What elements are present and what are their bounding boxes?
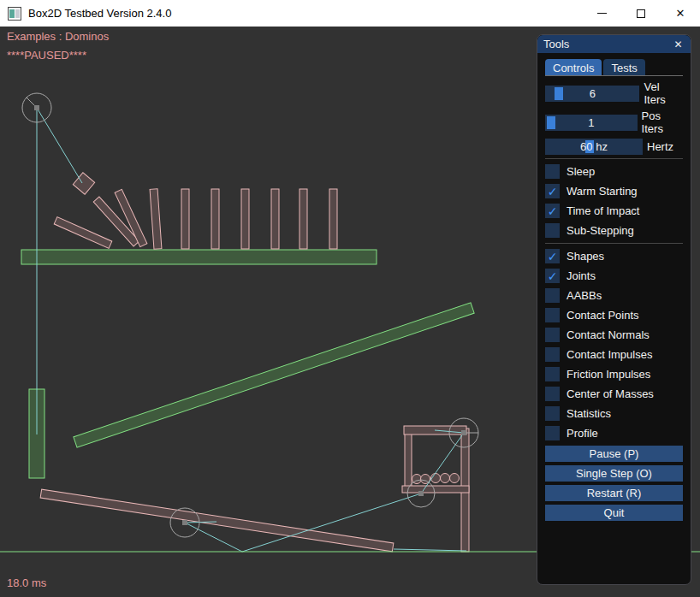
rope-line-upper [421, 433, 464, 494]
app-window: Box2D Testbed Version 2.4.0 ✕ [0, 0, 700, 597]
minimize-icon [597, 13, 607, 14]
checkbox-row-sleep[interactable]: Sleep [545, 164, 683, 179]
checkbox-row-profile[interactable]: Profile [545, 426, 683, 440]
paused-label: ****PAUSED**** [7, 49, 86, 62]
separator [545, 243, 683, 244]
slider-row-vel-iters: 6Vel Iters [545, 80, 683, 106]
dominoes[interactable] [54, 189, 337, 249]
checkbox-label: Joints [567, 269, 596, 282]
checkmark-icon: ✓ [548, 269, 558, 283]
app-icon [8, 7, 21, 21]
slider-value: 6 [545, 87, 639, 100]
checkbox-contact-normals[interactable] [545, 328, 560, 342]
stand-balls[interactable] [412, 474, 460, 484]
slider-label: Pos Iters [642, 109, 683, 135]
pendulum-box[interactable] [73, 173, 94, 194]
slider-value: 1 [545, 116, 638, 129]
window-title: Box2D Testbed Version 2.4.0 [28, 7, 171, 20]
checkbox-row-sub-stepping[interactable]: Sub-Stepping [545, 223, 683, 238]
checkbox-row-statistics[interactable]: Statistics [545, 406, 683, 421]
checkmark-icon: ✓ [548, 250, 558, 263]
checkbox-label: Shapes [567, 250, 604, 263]
checkbox-row-contact-impulses[interactable]: Contact Impulses [545, 347, 683, 362]
tools-close-button[interactable]: ✕ [672, 38, 685, 50]
checkmark-icon: ✓ [548, 185, 558, 198]
checkbox-row-friction-impulses[interactable]: Friction Impulses [545, 367, 683, 381]
frame-time-label: 18.0 ms [7, 576, 46, 589]
checkbox-row-contact-normals[interactable]: Contact Normals [545, 328, 683, 342]
close-button[interactable]: ✕ [661, 0, 700, 27]
tools-close-icon: ✕ [673, 38, 682, 50]
checkbox-friction-impulses[interactable] [545, 367, 560, 381]
tab-tests[interactable]: Tests [603, 59, 644, 75]
checkbox-row-aabbs[interactable]: AABBs [545, 288, 683, 303]
close-icon: ✕ [676, 7, 685, 20]
checkbox-row-time-of-impact[interactable]: ✓Time of Impact [545, 204, 683, 218]
checkbox-label: Sleep [567, 165, 595, 178]
checkbox-joints[interactable]: ✓ [545, 269, 560, 283]
maximize-button[interactable] [621, 0, 661, 27]
checkbox-contact-impulses[interactable] [545, 347, 560, 362]
tab-bar: Controls Tests [545, 59, 683, 76]
slider-pos-iters[interactable]: 1 [545, 115, 638, 131]
checkbox-statistics[interactable] [545, 406, 560, 421]
checkbox-label: Contact Points [567, 309, 639, 322]
checkbox-label: AABBs [567, 289, 602, 302]
pendulum-joint-line [37, 108, 82, 183]
slider-row-hertz: 60 hzHertz [545, 139, 683, 155]
stand-frame [402, 426, 469, 552]
ground-joint-line [394, 549, 466, 551]
tab-controls[interactable]: Controls [545, 59, 602, 75]
checkbox-label: Contact Impulses [567, 348, 652, 361]
quit-button[interactable]: Quit [545, 505, 683, 521]
slider-hertz[interactable]: 60 hz [545, 139, 643, 155]
checkbox-label: Friction Impulses [567, 368, 650, 381]
checkbox-label: Warm Starting [567, 185, 638, 198]
solver-options-section: Sleep✓Warm Starting✓Time of ImpactSub-St… [545, 164, 683, 238]
separator [545, 158, 683, 159]
checkbox-row-joints[interactable]: ✓Joints [545, 269, 683, 283]
stand-left-post [405, 429, 412, 492]
draw-options-section: ✓Shapes✓JointsAABBsContact PointsContact… [545, 249, 683, 440]
action-buttons-section: Pause (P)Single Step (O)Restart (R)Quit [545, 446, 683, 521]
tools-panel-title: Tools [543, 38, 672, 50]
checkbox-row-center-of-masses[interactable]: Center of Masses [545, 387, 683, 401]
checkmark-icon: ✓ [548, 204, 558, 218]
checkbox-warm-starting[interactable]: ✓ [545, 184, 560, 198]
slider-vel-iters[interactable]: 6 [545, 86, 639, 102]
titlebar: Box2D Testbed Version 2.4.0 ✕ [0, 0, 700, 27]
domino-platform [21, 250, 377, 264]
window-controls: ✕ [582, 0, 700, 27]
checkbox-row-warm-starting[interactable]: ✓Warm Starting [545, 184, 683, 198]
pause-p-button[interactable]: Pause (P) [545, 446, 683, 462]
example-label: Examples : Dominos [7, 30, 109, 43]
checkbox-shapes[interactable]: ✓ [545, 249, 560, 263]
slider-row-pos-iters: 1Pos Iters [545, 109, 683, 135]
checkbox-contact-points[interactable] [545, 308, 560, 322]
restart-r-button[interactable]: Restart (R) [545, 485, 683, 501]
sliders-section: 6Vel Iters1Pos Iters60 hzHertz [545, 80, 683, 155]
stand-shelf [402, 486, 469, 493]
checkbox-label: Center of Masses [567, 387, 654, 400]
checkbox-row-contact-points[interactable]: Contact Points [545, 308, 683, 322]
tools-panel: Tools ✕ Controls Tests 6Vel Iters1Pos It… [537, 34, 691, 585]
maximize-icon [637, 9, 645, 18]
slider-value: 60 hz [545, 140, 643, 153]
checkbox-aabbs[interactable] [545, 288, 560, 303]
checkbox-label: Statistics [567, 407, 611, 420]
checkbox-sleep[interactable] [545, 164, 560, 179]
checkbox-profile[interactable] [545, 426, 560, 440]
checkbox-sub-stepping[interactable] [545, 223, 560, 238]
checkbox-label: Sub-Stepping [567, 224, 634, 237]
single-step-o-button[interactable]: Single Step (O) [545, 465, 683, 482]
checkbox-time-of-impact[interactable]: ✓ [545, 204, 560, 218]
checkbox-label: Profile [567, 427, 598, 440]
slider-label: Hertz [647, 140, 673, 153]
checkbox-row-shapes[interactable]: ✓Shapes [545, 249, 683, 263]
slider-label: Vel Iters [644, 80, 683, 106]
seesaw-plank[interactable] [40, 489, 394, 552]
checkbox-center-of-masses[interactable] [545, 387, 560, 401]
minimize-button[interactable] [582, 0, 621, 27]
checkbox-label: Contact Normals [567, 328, 650, 341]
tools-panel-titlebar[interactable]: Tools ✕ [537, 35, 691, 53]
